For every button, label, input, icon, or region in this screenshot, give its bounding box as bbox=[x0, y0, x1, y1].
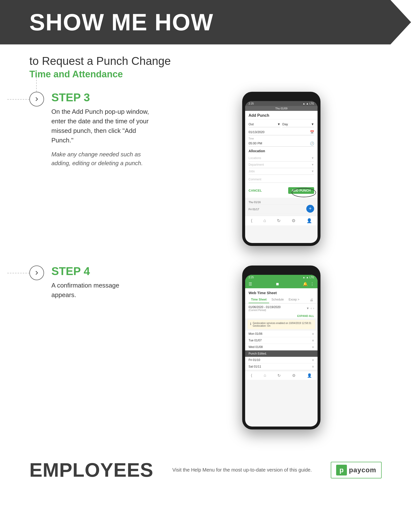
fab-button[interactable]: + bbox=[306, 205, 314, 213]
paycom-text: paycom bbox=[349, 466, 376, 474]
expand-chevron: ∨ bbox=[312, 365, 314, 368]
screen1-out-select[interactable]: Out ▼ bbox=[249, 121, 280, 127]
screen1-locations[interactable]: Locations ▼ bbox=[249, 155, 314, 162]
screen1-actions: CANCEL ADD PUNCH bbox=[249, 185, 314, 196]
dashed-line-v bbox=[36, 77, 37, 92]
footer-row2: Fri 01/17 + bbox=[249, 205, 314, 214]
paycom-p-icon: p bbox=[336, 465, 347, 475]
screen1-jobs[interactable]: Jobs ▼ bbox=[249, 168, 314, 175]
nav2-home-icon[interactable]: ⌂ bbox=[264, 373, 266, 378]
period-next[interactable]: › bbox=[313, 307, 314, 310]
screen1-status: 2:25 ▲ ▲ LTE bbox=[245, 101, 318, 106]
header-banner: SHOW ME HOW bbox=[0, 0, 411, 45]
status-signal: ▲ ▲ LTE bbox=[303, 102, 314, 105]
footer-help: Visit the Help Menu for the most up-to-d… bbox=[153, 467, 331, 473]
topbar-bell-icon[interactable]: 🔔 bbox=[303, 282, 308, 286]
screen1-date-field[interactable]: 01/13/2020 📅 bbox=[249, 129, 314, 135]
screen2-tabs: Time Sheet Schedule Excep > 🖨 bbox=[245, 296, 318, 303]
status-signal2: ▲ ▲ LTE bbox=[303, 276, 314, 279]
category: Time and Attendance bbox=[29, 69, 382, 80]
tab-except[interactable]: Excep > bbox=[286, 296, 302, 303]
step4-left: STEP 4 A confirmation message appears. bbox=[29, 266, 181, 305]
nav-user-icon[interactable]: 👤 bbox=[307, 218, 312, 223]
screen2-topbar: ☰ ■ 🔔 ⋮ bbox=[245, 280, 318, 288]
screen1-out-row: Out ▼ Day ▼ bbox=[249, 121, 314, 127]
screen2-period: 01/06/2020 - 01/19/2020 (Current Period)… bbox=[245, 303, 318, 313]
step3-circle bbox=[29, 92, 44, 106]
screen1-time-label: Time bbox=[249, 137, 314, 140]
screen2-punch-edited: Punch Edited. bbox=[245, 350, 318, 357]
screen2-geo-banner: ℹ Geolocation services enabled on 10/04/… bbox=[248, 320, 315, 329]
subtitle: to Request a Punch Change bbox=[29, 54, 382, 68]
phone2-notch bbox=[267, 268, 296, 274]
day-row-wed[interactable]: Wed 01/08 ∨ bbox=[245, 344, 318, 350]
screen1-title: Add Punch bbox=[245, 111, 318, 119]
period-prev[interactable]: ‹ bbox=[311, 307, 312, 310]
day-row-mon[interactable]: Mon 01/06 ∨ bbox=[245, 331, 318, 337]
footer-employees: EMPLOYEES bbox=[29, 459, 153, 481]
tab-schedule[interactable]: Schedule bbox=[269, 296, 286, 303]
step3-text: STEP 3 On the Add Punch pop-up window, e… bbox=[51, 92, 181, 168]
phone2-area: 2:25 ▲ ▲ LTE ☰ ■ 🔔 ⋮ Web Time S bbox=[181, 266, 382, 429]
screen1-footer: Thu 01/16 Fri 01/17 + bbox=[245, 198, 318, 216]
status-time: 2:25 bbox=[249, 102, 254, 105]
expand-chevron: ∨ bbox=[312, 358, 314, 362]
expand-chevron: ∨ bbox=[312, 339, 314, 342]
step4-circle bbox=[29, 266, 44, 280]
expand-chevron: ∨ bbox=[312, 345, 314, 349]
paycom-logo: p paycom bbox=[331, 462, 382, 478]
step4-text: STEP 4 A confirmation message appears. bbox=[51, 266, 181, 305]
nav-back-icon[interactable]: ⟨ bbox=[251, 218, 252, 223]
dashed-line-h bbox=[7, 99, 29, 100]
phone2-mockup: 2:25 ▲ ▲ LTE ☰ ■ 🔔 ⋮ Web Time S bbox=[242, 266, 320, 429]
screen1-body: Out ▼ Day ▼ 01/13/2020 📅 bbox=[245, 119, 318, 198]
geo-icon: ℹ bbox=[250, 322, 251, 326]
screen1-department[interactable]: Department ▼ bbox=[249, 162, 314, 168]
tab-timesheet[interactable]: Time Sheet bbox=[249, 296, 269, 303]
nav-refresh-icon[interactable]: ↻ bbox=[277, 218, 281, 223]
step4-icon-area bbox=[29, 266, 44, 280]
screen1-time-group: Time 05:00 PM 🕐 bbox=[249, 137, 314, 147]
topbar-logo-icon: ■ bbox=[276, 281, 279, 287]
step4-container: STEP 4 A confirmation message appears. 2… bbox=[29, 266, 382, 429]
nav2-back-icon[interactable]: ⟨ bbox=[251, 373, 252, 378]
screen1-day-select[interactable]: Day ▼ bbox=[282, 121, 314, 127]
topbar-more-icon[interactable]: ⋮ bbox=[310, 282, 314, 286]
screen1-comment[interactable]: Comment bbox=[249, 176, 314, 183]
cancel-button[interactable]: CANCEL bbox=[249, 189, 262, 192]
topbar-right: 🔔 ⋮ bbox=[303, 282, 314, 286]
period-down[interactable]: ▼ bbox=[306, 307, 309, 310]
step3-note: Make any change needed such as adding, e… bbox=[51, 150, 144, 168]
screen1-time-field[interactable]: 05:00 PM 🕐 bbox=[249, 140, 314, 147]
main-content: to Request a Punch Change Time and Atten… bbox=[0, 54, 411, 429]
nav2-refresh-icon[interactable]: ↻ bbox=[277, 373, 281, 378]
screen1-allocation-section: Allocation Locations ▼ Department ▼ Jobs bbox=[249, 149, 314, 175]
period-dates: 01/06/2020 - 01/19/2020 (Current Period) bbox=[249, 305, 281, 312]
day-row-tue[interactable]: Tue 01/07 ∨ bbox=[245, 337, 318, 344]
step3-desc: On the Add Punch pop-up window, enter th… bbox=[51, 107, 149, 145]
screen1-nav: ⟨ ⌂ ↻ ⚙ 👤 bbox=[245, 216, 318, 225]
step3-title: STEP 3 bbox=[51, 92, 181, 103]
header-title: SHOW ME HOW bbox=[29, 9, 391, 35]
nav-settings-icon[interactable]: ⚙ bbox=[292, 218, 296, 223]
nav2-user-icon[interactable]: 👤 bbox=[307, 373, 312, 378]
phone1-mockup: 2:25 ▲ ▲ LTE Thu 01/09 Add Punch bbox=[242, 92, 320, 246]
phone1-area: 2:25 ▲ ▲ LTE Thu 01/09 Add Punch bbox=[181, 92, 382, 246]
topbar-menu-icon[interactable]: ☰ bbox=[249, 282, 252, 286]
day-row-fri[interactable]: Fri 01/10 ∨ bbox=[245, 357, 318, 363]
day-row-sat[interactable]: Sat 01/11 ∨ bbox=[245, 363, 318, 370]
add-punch-button[interactable]: ADD PUNCH bbox=[288, 187, 314, 194]
screen2-expand: EXPAND ALL bbox=[245, 313, 318, 318]
phone1-notch bbox=[267, 95, 296, 100]
phone1-screen: 2:25 ▲ ▲ LTE Thu 01/09 Add Punch bbox=[245, 101, 318, 243]
step3-container: STEP 3 On the Add Punch pop-up window, e… bbox=[29, 92, 382, 246]
step4-desc: A confirmation message appears. bbox=[51, 281, 125, 300]
nav2-settings-icon[interactable]: ⚙ bbox=[292, 373, 296, 378]
print-icon[interactable]: 🖨 bbox=[310, 298, 313, 302]
step4-title: STEP 4 bbox=[51, 266, 181, 277]
screen2-status: 2:25 ▲ ▲ LTE bbox=[245, 275, 318, 280]
screen2-title: Web Time Sheet bbox=[245, 288, 318, 296]
expand-chevron: ∨ bbox=[312, 332, 314, 335]
footer-row1: Thu 01/16 bbox=[249, 200, 314, 205]
nav-home-icon[interactable]: ⌂ bbox=[263, 218, 266, 223]
